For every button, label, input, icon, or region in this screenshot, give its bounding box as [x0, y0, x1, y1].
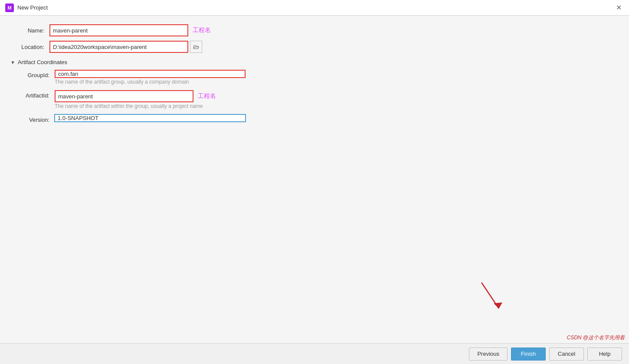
folder-icon: 🗁	[193, 43, 199, 50]
location-browse-button[interactable]: 🗁	[190, 41, 202, 53]
location-row: Location: 🗁	[10, 41, 619, 53]
artifactid-row: ArtifactId: 工程名 The name of the artifact…	[16, 90, 619, 113]
artifact-section: GroupId: The name of the artifact group,…	[16, 70, 619, 123]
window-title: New Project	[17, 4, 48, 11]
version-label: Version:	[16, 114, 55, 123]
cancel-button[interactable]: Cancel	[549, 348, 584, 361]
dialog-content: Name: 工程名 Location: 🗁 ▼ Artifact Coordin…	[0, 16, 629, 343]
artifact-section-label: Artifact Coordinates	[18, 59, 67, 65]
name-label: Name:	[10, 27, 49, 34]
groupid-field-wrap: The name of the artifact group, usually …	[55, 70, 619, 88]
finish-button[interactable]: Finish	[511, 348, 546, 361]
location-label: Location:	[10, 44, 49, 50]
chevron-icon: ▼	[10, 60, 15, 65]
location-input[interactable]	[49, 41, 188, 53]
name-row: Name: 工程名	[10, 24, 619, 36]
bottom-bar: Previous Finish Cancel Help	[0, 343, 629, 364]
groupid-input[interactable]	[55, 70, 246, 78]
groupid-label: GroupId:	[16, 70, 55, 78]
name-input[interactable]	[49, 24, 188, 36]
app-icon: M	[5, 3, 14, 12]
version-row: Version:	[16, 114, 619, 123]
name-annotation: 工程名	[193, 26, 211, 34]
artifactid-field-wrap: 工程名 The name of the artifact within the …	[55, 90, 619, 113]
groupid-hint: The name of the artifact group, usually …	[55, 79, 619, 85]
title-bar: M New Project ✕	[0, 0, 629, 16]
groupid-row: GroupId: The name of the artifact group,…	[16, 70, 619, 88]
version-field-wrap	[55, 114, 619, 122]
artifactid-label: ArtifactId:	[16, 90, 55, 99]
artifact-section-header: ▼ Artifact Coordinates	[10, 59, 619, 65]
previous-button[interactable]: Previous	[469, 348, 508, 361]
artifactid-annotation: 工程名	[198, 92, 216, 100]
close-icon: ✕	[616, 3, 622, 12]
artifactid-input[interactable]	[55, 90, 193, 102]
artifactid-hint: The name of the artifact within the grou…	[55, 103, 619, 109]
version-input[interactable]	[55, 114, 246, 122]
help-button[interactable]: Help	[587, 348, 622, 361]
csdn-watermark: CSDN @这个名字先用着	[567, 334, 625, 341]
close-button[interactable]: ✕	[613, 3, 624, 13]
